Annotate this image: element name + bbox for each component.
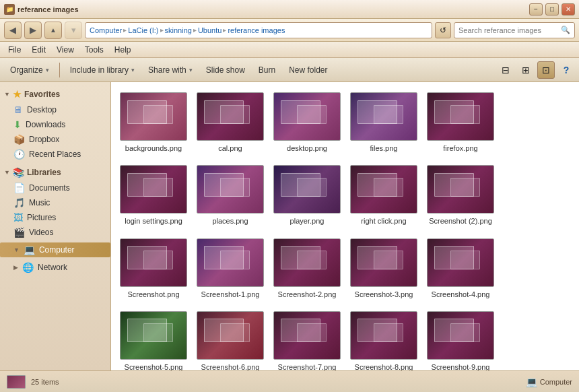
menu-tools[interactable]: Tools bbox=[79, 44, 109, 56]
file-item[interactable]: places.png bbox=[193, 160, 267, 230]
dropbox-icon: 📦 bbox=[13, 134, 25, 145]
file-item[interactable]: Screenshot-8.png bbox=[347, 306, 421, 370]
sidebar-item-videos[interactable]: 🎬 Videos bbox=[0, 225, 110, 240]
sidebar-favorites-header[interactable]: ▼ ★ Favorites bbox=[0, 86, 110, 102]
dropdown-button[interactable]: ▾ bbox=[65, 22, 82, 39]
slideshow-button[interactable]: Slide show bbox=[200, 62, 251, 78]
sidebar-libraries-header[interactable]: ▼ 📚 Libraries bbox=[0, 164, 110, 181]
computer-chevron: ▼ bbox=[13, 247, 20, 253]
sidebar-item-pictures[interactable]: 🖼 Pictures bbox=[0, 210, 110, 225]
search-box[interactable]: 🔍 bbox=[454, 22, 575, 38]
statusbar: 25 items 💻 Computer bbox=[0, 370, 579, 392]
sidebar-item-recent[interactable]: 🕐 Recent Places bbox=[0, 147, 110, 162]
menu-help[interactable]: Help bbox=[109, 44, 137, 56]
sidebar-item-dropbox[interactable]: 📦 Dropbox bbox=[0, 132, 110, 147]
file-item[interactable]: Screenshot-7.png bbox=[270, 306, 344, 370]
address-path[interactable]: Computer ▸ LaCie (I:) ▸ skinning ▸ Ubunt… bbox=[85, 22, 432, 38]
sidebar-item-network[interactable]: ▶ 🌐 Network bbox=[0, 260, 110, 275]
file-item[interactable]: Screenshot-4.png bbox=[423, 234, 498, 304]
favorites-label: Favorites bbox=[24, 90, 60, 99]
documents-icon: 📄 bbox=[13, 183, 25, 193]
preview-pane-button[interactable]: ⊟ bbox=[497, 61, 514, 79]
file-item[interactable]: Screenshot-1.png bbox=[193, 234, 267, 304]
share-with-arrow: ▾ bbox=[189, 67, 193, 73]
path-lacie[interactable]: LaCie (I:) bbox=[128, 26, 158, 34]
help-button[interactable]: ? bbox=[557, 61, 575, 79]
file-item[interactable]: Screenshot-5.png bbox=[116, 306, 191, 370]
details-pane-button[interactable]: ⊞ bbox=[517, 61, 535, 79]
file-thumbnail bbox=[350, 311, 417, 360]
file-thumbnail bbox=[427, 165, 494, 214]
menubar: File Edit View Tools Help bbox=[0, 42, 579, 58]
file-thumbnail bbox=[120, 165, 187, 214]
file-name: places.png bbox=[212, 216, 248, 226]
file-name: Screenshot.png bbox=[127, 290, 179, 299]
file-name: Screenshot-4.png bbox=[432, 290, 490, 299]
close-button[interactable]: ✕ bbox=[561, 3, 575, 15]
refresh-button[interactable]: ↺ bbox=[435, 22, 451, 38]
file-item[interactable]: login settings.png bbox=[116, 160, 191, 230]
new-folder-button[interactable]: New folder bbox=[283, 62, 333, 78]
menu-edit[interactable]: Edit bbox=[26, 44, 51, 56]
path-sep2: ▸ bbox=[160, 26, 164, 34]
include-library-button[interactable]: Include in library ▾ bbox=[64, 62, 141, 78]
file-item[interactable]: Screenshot (2).png bbox=[423, 160, 498, 230]
file-item[interactable]: files.png bbox=[347, 88, 421, 158]
file-thumbnail bbox=[427, 311, 494, 360]
recent-icon: 🕐 bbox=[13, 149, 25, 160]
network-label: Network bbox=[38, 263, 67, 272]
file-item[interactable]: firefox.png bbox=[423, 88, 498, 158]
status-thumbnail bbox=[7, 375, 26, 389]
minimize-button[interactable]: − bbox=[529, 3, 543, 15]
menu-view[interactable]: View bbox=[51, 44, 79, 56]
file-name: player.png bbox=[290, 216, 325, 226]
path-ubuntu[interactable]: Ubuntu bbox=[198, 26, 222, 34]
search-input[interactable] bbox=[458, 26, 561, 34]
file-item[interactable]: Screenshot-3.png bbox=[347, 234, 421, 304]
network-icon: 🌐 bbox=[22, 262, 34, 273]
file-item[interactable]: backgrounds.png bbox=[116, 88, 191, 158]
path-sep4: ▸ bbox=[223, 26, 226, 34]
menu-file[interactable]: File bbox=[3, 44, 26, 56]
back-button[interactable]: ◀ bbox=[4, 22, 22, 39]
file-item[interactable]: Screenshot-9.png bbox=[423, 306, 498, 370]
up-button[interactable]: ▲ bbox=[44, 22, 62, 39]
file-thumbnail bbox=[197, 311, 264, 360]
path-sep1: ▸ bbox=[123, 26, 127, 34]
path-computer[interactable]: Computer bbox=[90, 26, 122, 34]
file-thumbnail bbox=[197, 238, 264, 287]
file-item[interactable]: player.png bbox=[270, 160, 344, 230]
organize-button[interactable]: Organize ▾ bbox=[4, 62, 55, 78]
share-with-button[interactable]: Share with ▾ bbox=[142, 62, 199, 78]
sidebar-item-downloads[interactable]: ⬇ Downloads bbox=[0, 117, 110, 132]
file-item[interactable]: Screenshot.png bbox=[116, 234, 191, 304]
file-name: desktop.png bbox=[287, 143, 327, 153]
forward-button[interactable]: ▶ bbox=[24, 22, 42, 39]
sidebar-item-music[interactable]: 🎵 Music bbox=[0, 195, 110, 210]
large-icons-button[interactable]: ⊡ bbox=[537, 61, 555, 79]
libraries-icon: 📚 bbox=[13, 167, 24, 178]
computer-label: Computer bbox=[39, 245, 75, 255]
file-name: Screenshot-6.png bbox=[201, 362, 260, 370]
window-controls: − □ ✕ bbox=[529, 3, 575, 15]
file-thumbnail bbox=[350, 165, 417, 214]
burn-button[interactable]: Burn bbox=[252, 62, 281, 78]
file-item[interactable]: Screenshot-2.png bbox=[270, 234, 344, 304]
file-item[interactable]: right click.png bbox=[347, 160, 421, 230]
sidebar-item-desktop[interactable]: 🖥 Desktop bbox=[0, 102, 110, 117]
toolbar-separator-1 bbox=[59, 63, 60, 77]
sidebar-item-computer[interactable]: ▼ 💻 Computer bbox=[0, 242, 110, 257]
file-thumbnail bbox=[120, 311, 187, 360]
organize-arrow: ▾ bbox=[46, 67, 49, 73]
path-referance[interactable]: referance images bbox=[228, 26, 285, 34]
file-item[interactable]: cal.png bbox=[193, 88, 267, 158]
file-item[interactable]: desktop.png bbox=[270, 88, 344, 158]
file-item[interactable]: Screenshot-6.png bbox=[193, 306, 267, 370]
status-location: Computer bbox=[540, 378, 572, 386]
path-skinning[interactable]: skinning bbox=[165, 26, 192, 34]
downloads-icon: ⬇ bbox=[13, 119, 22, 130]
pictures-icon: 🖼 bbox=[13, 212, 23, 223]
maximize-button[interactable]: □ bbox=[545, 3, 559, 15]
sidebar-item-documents[interactable]: 📄 Documents bbox=[0, 181, 110, 195]
file-name: firefox.png bbox=[443, 143, 477, 153]
